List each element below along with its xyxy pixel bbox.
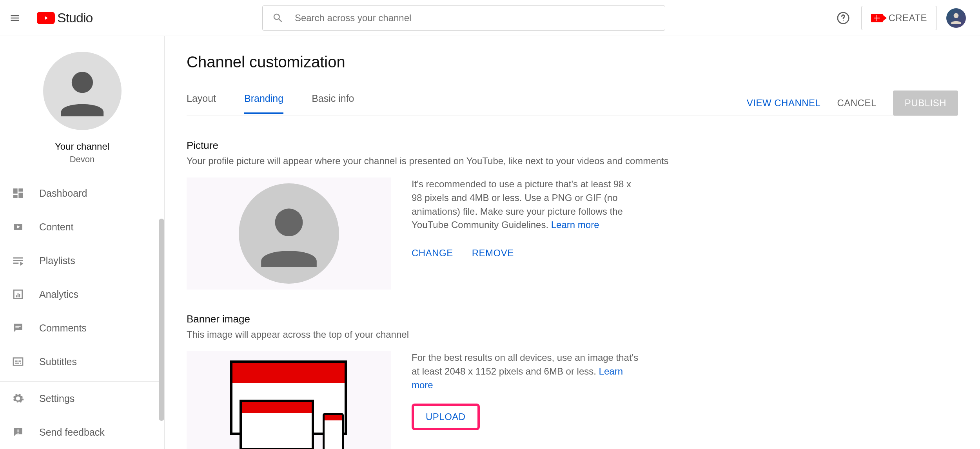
sidebar-item-feedback[interactable]: Send feedback — [0, 415, 164, 449]
picture-heading: Picture — [187, 139, 958, 152]
sidebar-nav: Dashboard Content Playlists Analytics Co… — [0, 176, 164, 381]
picture-remove-button[interactable]: REMOVE — [472, 248, 514, 259]
sidebar-item-content[interactable]: Content — [0, 210, 164, 244]
playlists-icon — [11, 253, 25, 268]
create-button[interactable]: CREATE — [861, 6, 937, 30]
picture-preview-box — [187, 177, 391, 290]
page-title: Channel customization — [187, 53, 958, 71]
person-icon — [57, 65, 108, 116]
profile-picture-preview[interactable] — [239, 183, 339, 284]
sidebar-item-dashboard[interactable]: Dashboard — [0, 176, 164, 210]
svg-point-2 — [954, 13, 959, 18]
picture-help: It's recommended to use a picture that's… — [412, 177, 639, 259]
sidebar-item-settings[interactable]: Settings — [0, 382, 164, 415]
devices-illustration — [230, 360, 348, 449]
main-content: Channel customization Layout Branding Ba… — [165, 36, 980, 449]
comments-icon — [11, 321, 25, 335]
banner-heading: Banner image — [187, 313, 958, 325]
gear-icon — [11, 391, 25, 406]
studio-logo[interactable]: Studio — [37, 10, 93, 25]
svg-point-1 — [843, 20, 844, 21]
sidebar-item-label: Content — [39, 221, 74, 233]
sidebar-item-comments[interactable]: Comments — [0, 311, 164, 345]
topbar: Studio CREATE — [0, 0, 980, 36]
banner-subtext: This image will appear across the top of… — [187, 329, 958, 340]
channel-block: Your channel Devon — [0, 36, 164, 176]
tab-actions: VIEW CHANNEL CANCEL PUBLISH — [747, 91, 958, 116]
picture-learn-more-link[interactable]: Learn more — [551, 219, 599, 230]
sidebar-item-label: Settings — [39, 393, 74, 404]
view-channel-button[interactable]: VIEW CHANNEL — [747, 98, 821, 109]
search-input[interactable] — [295, 13, 655, 24]
tab-basic-info[interactable]: Basic info — [312, 93, 354, 114]
sidebar-item-label: Playlists — [39, 255, 75, 266]
sidebar-item-label: Dashboard — [39, 188, 87, 199]
tab-branding[interactable]: Branding — [244, 93, 283, 114]
create-label: CREATE — [888, 13, 927, 24]
channel-avatar[interactable] — [43, 52, 122, 130]
person-icon — [256, 200, 322, 267]
create-camera-icon — [871, 14, 883, 22]
avatar-icon — [949, 11, 964, 25]
search-wrap — [93, 5, 835, 31]
analytics-icon — [11, 287, 25, 301]
svg-point-3 — [71, 72, 93, 93]
sidebar-item-label: Send feedback — [39, 427, 105, 438]
logo-text: Studio — [57, 10, 93, 25]
upload-highlight: UPLOAD — [412, 404, 480, 430]
section-banner: Banner image This image will appear acro… — [187, 313, 958, 449]
sidebar-item-analytics[interactable]: Analytics — [0, 277, 164, 311]
youtube-icon — [37, 12, 55, 24]
banner-upload-button[interactable]: UPLOAD — [426, 411, 466, 422]
feedback-icon — [11, 425, 25, 439]
banner-preview-box — [187, 351, 391, 449]
tab-row: Layout Branding Basic info VIEW CHANNEL … — [187, 91, 958, 116]
search-box[interactable] — [262, 5, 665, 31]
sidebar-scrollbar[interactable] — [159, 219, 164, 421]
sidebar-item-label: Analytics — [39, 289, 78, 300]
sidebar-item-label: Subtitles — [39, 356, 77, 368]
cancel-button[interactable]: CANCEL — [837, 98, 876, 109]
account-avatar[interactable] — [946, 8, 966, 28]
channel-title: Your channel — [55, 141, 109, 152]
sidebar-item-playlists[interactable]: Playlists — [0, 244, 164, 277]
menu-button[interactable] — [7, 10, 23, 26]
sidebar-item-subtitles[interactable]: Subtitles — [0, 345, 164, 378]
publish-button[interactable]: PUBLISH — [893, 91, 958, 116]
channel-owner-name: Devon — [70, 154, 95, 165]
banner-help: For the best results on all devices, use… — [412, 351, 639, 430]
content-icon — [11, 220, 25, 234]
tab-layout[interactable]: Layout — [187, 93, 216, 114]
topbar-right: CREATE — [835, 6, 966, 30]
search-icon — [272, 12, 284, 24]
dashboard-icon — [11, 186, 25, 200]
tabs: Layout Branding Basic info — [187, 93, 354, 114]
section-picture: Picture Your profile picture will appear… — [187, 139, 958, 290]
sidebar-item-label: Comments — [39, 322, 87, 334]
laptop-icon — [240, 400, 314, 449]
picture-change-button[interactable]: CHANGE — [412, 248, 453, 259]
help-button[interactable] — [835, 9, 852, 27]
help-icon — [837, 11, 850, 25]
hamburger-icon — [9, 13, 20, 24]
picture-subtext: Your profile picture will appear where y… — [187, 156, 958, 167]
phone-icon — [323, 413, 344, 449]
sidebar: Your channel Devon Dashboard Content Pla… — [0, 36, 165, 449]
subtitles-icon — [11, 355, 25, 369]
svg-point-4 — [275, 208, 303, 236]
